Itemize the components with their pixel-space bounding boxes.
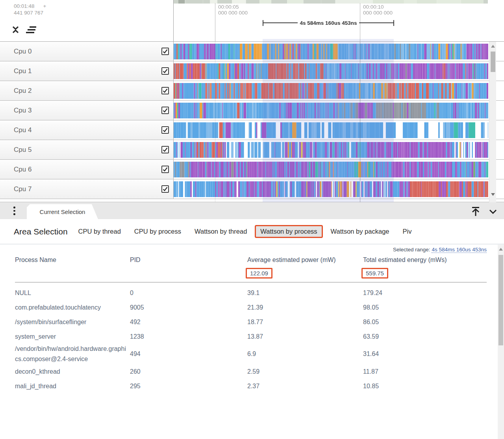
track-checkbox[interactable] [161, 48, 169, 55]
area-selection-header: Area Selection CPU by threadCPU by proce… [0, 219, 504, 244]
table-row: system_server123813.8763.59 [15, 329, 487, 344]
timeline-header: 00:01:48+ 441 907 767 00:00:05000 000 00… [0, 0, 504, 41]
track-label: Cpu 3 [14, 107, 32, 114]
checkmark-icon [162, 107, 168, 113]
table-header-row: Process Name PID Average estimated power… [15, 255, 487, 265]
cell-avg-power: 2.37 [247, 381, 363, 391]
cell-avg-power: 21.39 [247, 303, 363, 313]
cell-pid: 492 [130, 317, 247, 327]
offset-plus: + [43, 3, 46, 9]
tab-wattson-by-package[interactable]: Wattson by package [331, 228, 389, 235]
cell-total-energy: 179.24 [363, 288, 487, 298]
track-row[interactable]: Cpu 1 [0, 61, 504, 81]
cell-avg-power: 39.1 [247, 288, 363, 298]
wattson-table-section: Selected range: 4s 584ms 160us 453ns Pro… [0, 244, 504, 393]
track-list: Cpu 0Cpu 1Cpu 2Cpu 3Cpu 4Cpu 5Cpu 6Cpu 7 [0, 42, 504, 199]
cpu-slice-timeline[interactable] [174, 83, 488, 99]
table-rows: NULL039.1179.24com.prefabulated.touchlat… [0, 286, 504, 393]
cpu-slice-timeline[interactable] [174, 44, 488, 59]
panel-scroll-up-arrow[interactable] [499, 248, 503, 251]
offset-nanoseconds: 441 907 767 [14, 9, 46, 16]
cell-total-energy: 31.64 [363, 349, 487, 359]
track-checkbox[interactable] [161, 67, 169, 75]
col-total-energy: Total estimated energy (mWs) [363, 255, 487, 265]
track-row[interactable]: Cpu 0 [0, 42, 504, 61]
table-row: com.prefabulated.touchlatency900521.3998… [15, 300, 487, 315]
track-checkbox[interactable] [161, 166, 169, 173]
tracks-scrollbar[interactable] [489, 42, 496, 202]
time-ruler: 00:00:05000 000 00000:00:10000 000 000 4… [174, 0, 488, 41]
track-row[interactable]: Cpu 3 [0, 101, 504, 120]
track-checkbox[interactable] [161, 87, 169, 94]
track-label: Cpu 4 [14, 126, 32, 134]
collapse-panel-chevron-icon[interactable] [487, 205, 498, 217]
cell-process-name: com.prefabulated.touchlatency [15, 303, 130, 313]
panel-scrollbar-thumb[interactable] [498, 255, 503, 345]
cpu-slice-timeline[interactable] [174, 162, 488, 177]
track-label: Cpu 5 [14, 146, 32, 154]
cpu-slice-timeline[interactable] [174, 142, 488, 158]
tab-cpu-by-thread[interactable]: CPU by thread [78, 228, 121, 235]
tab-wattson-by-process[interactable]: Wattson by process [255, 225, 322, 238]
tab-cpu-by-process[interactable]: CPU by process [134, 228, 181, 235]
track-checkbox[interactable] [161, 126, 169, 134]
cell-process-name: system_server [15, 332, 130, 342]
selected-range-line: Selected range: 4s 584ms 160us 453ns [0, 244, 504, 254]
checkmark-icon [162, 68, 168, 74]
cpu-slice-timeline[interactable] [174, 63, 488, 79]
track-row[interactable]: Cpu 6 [0, 160, 504, 179]
cell-avg-power: 18.77 [247, 317, 363, 327]
tracks-scrollbar-thumb[interactable] [491, 52, 495, 72]
checkmark-icon [162, 127, 168, 133]
expand-panel-icon[interactable] [470, 205, 481, 217]
track-row[interactable]: Cpu 4 [0, 120, 504, 140]
perfetto-trace-viewer: 00:01:48+ 441 907 767 00:00:05000 000 00… [0, 0, 504, 439]
track-row[interactable]: Cpu 2 [0, 81, 504, 101]
area-selection-tabs: CPU by threadCPU by processWattson by th… [78, 225, 412, 238]
scroll-down-arrow[interactable] [491, 193, 495, 196]
track-checkbox[interactable] [161, 146, 169, 153]
details-tab-bar: Current Selection [0, 202, 504, 219]
collapse-tracks-icon[interactable] [11, 24, 20, 35]
summary-avg-power-value: 122.09 [246, 268, 272, 279]
time-marker-seconds: 00:00:05 [218, 4, 248, 10]
sort-tracks-icon[interactable] [26, 25, 37, 35]
track-row[interactable]: Cpu 5 [0, 140, 504, 160]
selected-range-value-link[interactable]: 4s 584ms 160us 453ns [432, 247, 487, 253]
cell-process-name: mali_jd_thread [15, 381, 130, 391]
cell-total-energy: 86.05 [363, 317, 487, 327]
panel-menu-icon[interactable] [13, 207, 15, 215]
cell-process-name: /vendor/bin/hw/android.hardware.graphics… [15, 344, 130, 364]
trace-offset-timestamp: 00:01:48+ 441 907 767 [14, 3, 46, 16]
track-shell: Cpu 4 [0, 120, 174, 140]
table-row: /system/bin/surfaceflinger49218.7786.05 [15, 315, 487, 329]
cpu-slice-timeline[interactable] [174, 122, 488, 138]
track-label: Cpu 0 [14, 48, 32, 55]
cell-process-name: decon0_kthread [15, 367, 130, 377]
cpu-slice-timeline[interactable] [174, 103, 488, 118]
span-left-line [263, 22, 298, 23]
cpu-slice-timeline[interactable] [174, 181, 488, 197]
cell-total-energy: 10.85 [363, 381, 487, 391]
tab-piv[interactable]: Piv [403, 228, 412, 235]
track-checkbox[interactable] [161, 185, 169, 193]
cell-process-name: NULL [15, 288, 130, 298]
span-duration-label: 4s 584ms 160us 453ns [298, 20, 359, 26]
scroll-up-arrow[interactable] [491, 45, 495, 48]
track-label: Cpu 2 [14, 87, 32, 95]
cpu-tracks-area: Cpu 0Cpu 1Cpu 2Cpu 3Cpu 4Cpu 5Cpu 6Cpu 7 [0, 41, 504, 202]
track-shell: Cpu 0 [0, 42, 174, 61]
tab-wattson-by-thread[interactable]: Wattson by thread [195, 228, 247, 235]
cell-process-name: /system/bin/surfaceflinger [15, 317, 130, 327]
table-row: /vendor/bin/hw/android.hardware.graphics… [15, 344, 487, 364]
track-checkbox[interactable] [161, 107, 169, 114]
track-shell: Cpu 7 [0, 179, 174, 199]
tab-current-selection[interactable]: Current Selection [27, 204, 98, 219]
cell-total-energy: 63.59 [363, 332, 487, 342]
table-row: decon0_kthread2602.5911.87 [15, 364, 487, 379]
panel-scrollbar[interactable] [498, 245, 504, 439]
time-marker-ns: 000 000 000 [218, 10, 248, 16]
track-row[interactable]: Cpu 7 [0, 179, 504, 199]
cell-pid: 260 [130, 367, 247, 377]
section-title: Area Selection [14, 227, 68, 236]
